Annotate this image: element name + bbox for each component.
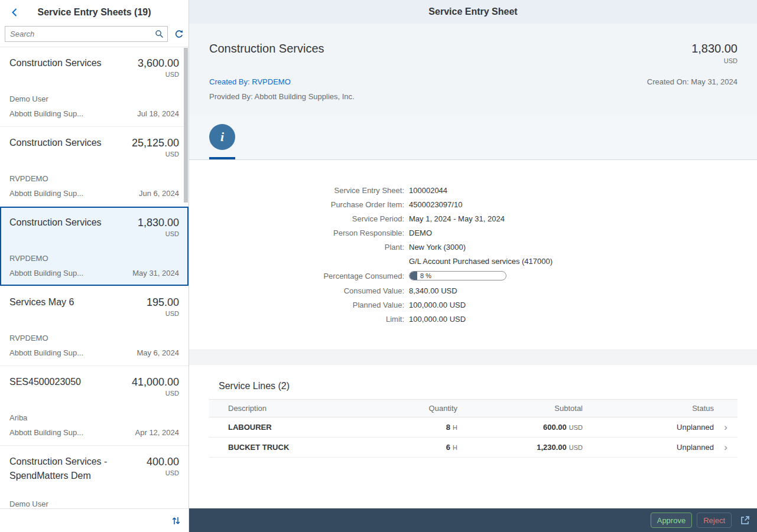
item-date: Apr 12, 2024	[135, 428, 179, 438]
table-row[interactable]: LABOURER 8H 600.00USD Unplanned ›	[209, 417, 737, 438]
list-scrollbar-thumb[interactable]	[184, 48, 188, 203]
approve-button[interactable]: Approve	[651, 513, 692, 528]
object-amount: 1,830.00	[691, 40, 737, 57]
service-lines-table: Description Quantity Subtotal Status LAB…	[209, 399, 737, 458]
column-quantity: Quantity	[363, 400, 457, 417]
list-item[interactable]: Services May 6 195.00 USD RVPDEMO Abbott…	[0, 286, 189, 366]
object-currency: USD	[691, 57, 737, 64]
row-chevron-icon[interactable]: ›	[714, 417, 737, 438]
info-icon: i	[209, 124, 235, 150]
list-item-selected[interactable]: Construction Services 1,830.00 USD RVPDE…	[0, 207, 189, 286]
cell-description: BUCKET TRUCK	[209, 438, 363, 458]
object-header: Construction Services 1,830.00 USD Creat…	[189, 24, 757, 116]
item-supplier: Abbott Building Sup...	[9, 269, 83, 278]
action-footer: Approve Reject	[189, 508, 757, 532]
cell-subtotal: 600.00USD	[457, 417, 583, 438]
item-amount: 400.00	[147, 455, 179, 469]
tab-info[interactable]: i	[209, 116, 235, 159]
list-item[interactable]: Construction Services 3,600.00 USD Demo …	[0, 47, 189, 127]
progress-bar-text: 8 %	[420, 272, 431, 280]
item-currency: USD	[138, 71, 179, 78]
column-subtotal: Subtotal	[457, 400, 583, 417]
field-value: May 1, 2024 - May 31, 2024	[409, 214, 505, 223]
field-label: Percentage Consumed:	[189, 272, 404, 280]
share-icon[interactable]	[740, 515, 750, 526]
table-header-row: Description Quantity Subtotal Status	[209, 400, 737, 417]
sidebar-header: Service Entry Sheets (19)	[0, 0, 189, 25]
percentage-consumed-bar: 8 %	[409, 271, 506, 280]
field-label: Service Entry Sheet:	[189, 186, 404, 195]
search-box	[5, 26, 168, 42]
detail-panel: Service Entry Sheet Construction Service…	[189, 0, 757, 532]
item-date: Jun 6, 2024	[139, 189, 179, 198]
app: Service Entry Sheets (19)	[0, 0, 757, 532]
back-chevron-icon	[10, 8, 20, 17]
field-value: 100002044	[409, 186, 447, 195]
item-date: May 31, 2024	[132, 269, 179, 278]
list-item[interactable]: SES4500023050 41,000.00 USD Ariba Abbott…	[0, 366, 189, 446]
info-form: Service Entry Sheet: 100002044 Purchase …	[189, 160, 757, 350]
reject-button[interactable]: Reject	[697, 513, 732, 528]
item-supplier: Abbott Building Sup...	[9, 428, 83, 438]
field-value: New York (3000)	[409, 243, 466, 252]
service-lines-title: Service Lines (2)	[209, 381, 737, 391]
item-currency: USD	[132, 151, 179, 158]
item-supplier: Abbott Building Sup...	[9, 189, 83, 198]
item-amount: 1,830.00	[138, 216, 179, 230]
cell-quantity: 8H	[363, 417, 457, 438]
progress-bar-fill	[410, 272, 417, 280]
field-value: 8,340.00 USD	[409, 286, 457, 295]
service-entry-sheet-list: Construction Services 3,600.00 USD Demo …	[0, 47, 189, 508]
row-chevron-icon[interactable]: ›	[714, 438, 737, 458]
item-amount: 41,000.00	[132, 375, 179, 389]
field-label: Purchase Order Item:	[189, 200, 404, 209]
search-bar	[0, 25, 189, 47]
table-row[interactable]: BUCKET TRUCK 6H 1,230.00USD Unplanned ›	[209, 438, 737, 458]
item-date: May 6, 2024	[137, 348, 179, 358]
item-title: Construction Services	[9, 216, 102, 237]
column-description: Description	[209, 400, 363, 417]
item-currency: USD	[132, 390, 179, 397]
cell-subtotal: 1,230.00USD	[457, 438, 583, 458]
column-status: Status	[583, 400, 714, 417]
created-on-text: Created On: May 31, 2024	[647, 77, 737, 86]
item-user: RVPDEMO	[9, 174, 179, 184]
field-value: G/L Account Purchased services (417000)	[409, 257, 553, 266]
page-title: Service Entry Sheet	[428, 6, 517, 17]
item-supplier: Abbott Building Sup...	[9, 348, 83, 358]
detail-header: Service Entry Sheet	[189, 0, 757, 24]
provided-by-text: Provided By: Abbott Building Supplies, I…	[209, 92, 737, 101]
field-label: Consumed Value:	[189, 286, 404, 295]
item-title: Construction Services	[9, 136, 102, 158]
item-amount: 25,125.00	[132, 136, 179, 150]
sidebar-title: Service Entry Sheets (19)	[24, 7, 165, 18]
list-item[interactable]: Construction Services - SpendMatters Dem…	[0, 446, 189, 508]
field-label: Service Period:	[189, 214, 404, 223]
column-chevron	[714, 400, 737, 417]
item-date: Jul 18, 2024	[137, 109, 179, 119]
field-value: 4500023097/10	[409, 200, 462, 209]
cell-status: Unplanned	[583, 417, 714, 438]
created-by-link[interactable]: Created By: RVPDEMO	[209, 77, 291, 86]
field-value: 100,000.00 USD	[409, 301, 466, 309]
sort-icon[interactable]	[171, 515, 181, 526]
list-item[interactable]: Construction Services 25,125.00 USD RVPD…	[0, 127, 189, 207]
item-user: Demo User	[9, 94, 179, 104]
object-title: Construction Services	[209, 40, 324, 57]
back-button[interactable]	[6, 4, 24, 21]
detail-body: Service Entry Sheet: 100002044 Purchase …	[189, 160, 757, 508]
search-icon[interactable]	[155, 30, 164, 38]
field-label: Plant:	[189, 243, 404, 252]
item-title: Services May 6	[9, 295, 74, 317]
field-value: DEMO	[409, 229, 432, 237]
search-input[interactable]	[10, 30, 155, 38]
cell-quantity: 6H	[363, 438, 457, 458]
cell-description: LABOURER	[209, 417, 363, 438]
sidebar-footer	[0, 508, 189, 532]
refresh-icon[interactable]	[174, 30, 184, 39]
item-supplier: Abbott Building Sup...	[9, 109, 83, 119]
item-user: RVPDEMO	[9, 254, 179, 263]
service-lines-section: Service Lines (2) Description Quantity S…	[189, 365, 757, 458]
field-value: 100,000.00 USD	[409, 315, 466, 324]
icon-tab-bar: i	[189, 116, 757, 160]
